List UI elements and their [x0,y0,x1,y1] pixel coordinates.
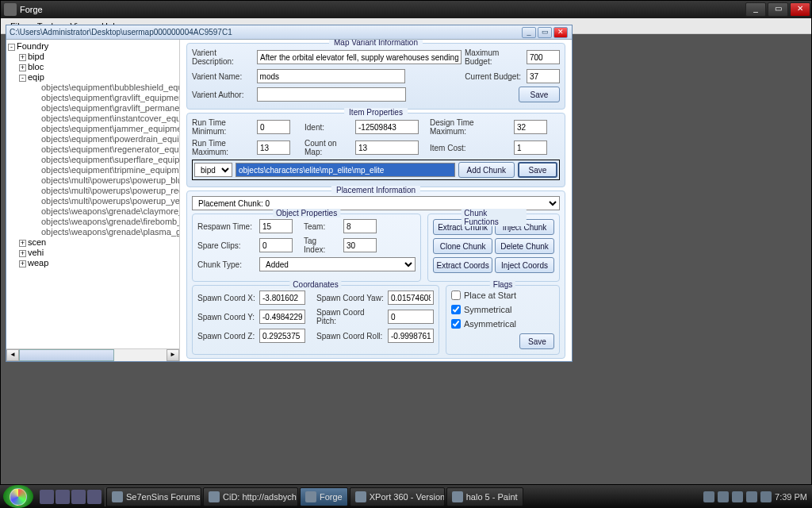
respawn-input[interactable] [259,219,293,233]
child-minimize-button[interactable]: _ [522,27,536,38]
minimize-button[interactable]: _ [745,2,766,17]
rtmax-label: Run Time Maximum: [192,139,254,156]
spawn-x-input[interactable] [259,291,305,305]
tree-item[interactable]: eqip [28,72,44,82]
mvi-save-button[interactable]: Save [519,87,560,102]
count-input[interactable] [355,140,419,155]
spawn-pitch-input[interactable] [388,310,434,324]
variant-desc-input[interactable] [257,50,462,64]
tray-icon[interactable] [746,491,757,502]
rtmin-input[interactable] [257,120,290,134]
chunk-functions-group: Chunk Functions Extract ChunkInject Chun… [427,214,560,282]
asymmetrical-checkbox[interactable]: Asymmetrical [451,319,554,329]
tree-leaf[interactable]: objects\equipment\gravlift_permanent\gra… [8,103,178,114]
task-button[interactable]: XPort 360 - Version ... [350,487,445,506]
rtmax-input[interactable] [257,140,290,155]
tree-view[interactable]: -Foundry +bipd +bloc -eqip objects\equip… [6,40,179,348]
extract-coords-button[interactable]: Extract Coords [433,257,492,273]
tree-leaf[interactable]: objects\equipment\superflare_equipment\s… [8,155,178,165]
ql-icon[interactable] [40,490,54,504]
task-button[interactable]: Se7enSins Forums - ... [106,487,201,506]
flags-save-button[interactable]: Save [519,333,554,349]
task-button[interactable]: CiD: http://adsbych... [203,487,298,506]
child-titlebar: C:\Users\Administrator\Desktop\usermap00… [6,25,572,40]
tree-leaf[interactable]: objects\weapons\grenade\claymore_grenade… [8,206,178,217]
tree-item[interactable]: scen [28,237,46,247]
count-label: Count on Map: [304,139,352,156]
close-button[interactable]: ✕ [790,2,810,17]
app-title: Forge [20,5,745,14]
cost-input[interactable] [514,140,547,155]
tree-expander[interactable]: - [19,75,26,82]
task-button[interactable]: halo 5 - Paint [446,487,523,506]
type-select[interactable]: bipd [194,163,232,177]
tree-leaf[interactable]: objects\multi\powerups\powerup_blue\powe… [8,175,178,186]
tree-leaf[interactable]: objects\weapons\grenade\firebomb_grenade… [8,217,178,227]
tree-leaf[interactable]: objects\multi\powerups\powerup_yellow\po… [8,196,178,206]
task-button[interactable]: Forge [300,487,348,506]
variant-author-input[interactable] [257,87,406,102]
spawn-roll-input[interactable] [388,329,434,343]
max-budget-input[interactable] [527,50,560,64]
tag-input[interactable] [343,238,377,252]
inject-coords-button[interactable]: Inject Coords [495,257,554,273]
add-chunk-button[interactable]: Add Chunk [458,162,515,178]
mdi-client: C:\Users\Administrator\Desktop\usermap00… [1,34,811,484]
tree-leaf[interactable]: objects\equipment\tripmine_equipment\tri… [8,165,178,175]
tree-expander[interactable]: + [19,260,26,267]
tree-leaf[interactable]: objects\equipment\jammer_equipment\jamme… [8,124,178,134]
maximize-button[interactable]: ▭ [768,2,788,17]
spawn-yaw-label: Spawn Coord Yaw: [316,294,385,302]
dtmax-input[interactable] [514,120,547,134]
symmetrical-checkbox[interactable]: Symmetrical [451,305,554,314]
tree-leaf[interactable]: objects\equipment\regenerator_equipment\… [8,144,178,155]
clips-input[interactable] [259,238,293,252]
ql-icon[interactable] [87,490,102,504]
tray-icon[interactable] [718,491,729,502]
team-label: Team: [304,222,340,231]
tray-icon[interactable] [703,491,714,502]
tree-expander[interactable]: + [19,64,26,71]
scroll-left-button[interactable]: ◄ [6,349,19,361]
tree-item[interactable]: bipd [28,52,44,61]
scroll-right-button[interactable]: ► [167,349,179,361]
spawn-y-input[interactable] [259,310,305,324]
system-tray: 7:39 PM [699,491,812,502]
path-input[interactable] [236,163,455,177]
ql-icon[interactable] [71,490,86,504]
ql-icon[interactable] [56,490,70,504]
tree-item[interactable]: vehi [28,248,44,257]
tree-expander[interactable]: + [19,250,26,257]
scroll-thumb[interactable] [19,349,114,361]
tree-root[interactable]: Foundry [17,41,48,51]
tree-leaf[interactable]: objects\equipment\bubbleshield_equipment… [8,83,178,93]
tree-leaf[interactable]: objects\equipment\powerdrain_equipment\p… [8,134,178,144]
clock[interactable]: 7:39 PM [775,492,807,502]
tree-item[interactable]: weap [28,258,48,267]
spawn-yaw-input[interactable] [388,291,434,305]
variant-name-input[interactable] [257,69,405,83]
tree-leaf[interactable]: objects\equipment\gravlift_equipment\gra… [8,93,178,103]
delete-chunk-button[interactable]: Delete Chunk [495,238,554,254]
tree-item[interactable]: bloc [28,62,44,71]
tree-scrollbar[interactable]: ◄ ► [6,348,179,361]
start-button[interactable] [3,485,33,508]
child-close-button[interactable]: ✕ [553,27,568,38]
tree-expander[interactable]: + [19,240,26,247]
spawn-z-input[interactable] [259,329,305,343]
ip-save-button[interactable]: Save [518,162,557,178]
tree-expander[interactable]: + [19,54,26,61]
cur-budget-input[interactable] [527,69,560,83]
child-maximize-button[interactable]: ▭ [538,27,552,38]
tray-icon[interactable] [732,491,743,502]
ident-input[interactable] [355,120,419,134]
tree-expander[interactable]: - [8,44,15,51]
tree-leaf[interactable]: objects\equipment\instantcover_equipment… [8,114,178,124]
place-at-start-checkbox[interactable]: Place at Start [451,291,554,300]
chunk-type-select[interactable]: Added [259,257,416,271]
tree-leaf[interactable]: objects\multi\powerups\powerup_red\power… [8,186,178,196]
tree-leaf[interactable]: objects\weapons\grenade\plasma_grenade\p… [8,227,178,237]
volume-icon[interactable] [760,491,772,502]
team-input[interactable] [343,219,377,233]
clone-chunk-button[interactable]: Clone Chunk [433,238,492,254]
